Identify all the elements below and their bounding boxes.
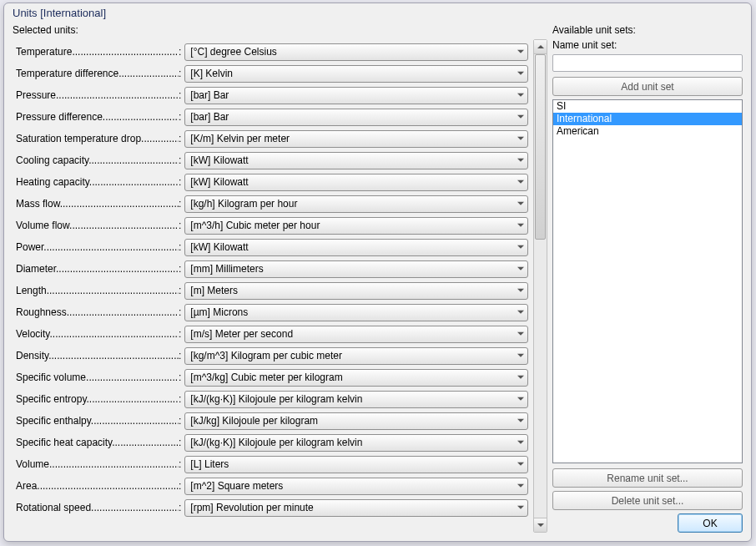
unit-set-item[interactable]: American — [553, 125, 742, 138]
unit-label: Roughness — [16, 306, 179, 318]
dialog-content: Selected units: Temperature: [°C] degree… — [4, 19, 751, 541]
unit-set-item[interactable]: SI — [553, 100, 742, 113]
unit-row: Area: [m^2] Square meters — [16, 477, 528, 495]
label-terminator: : — [179, 46, 181, 58]
chevron-down-icon — [517, 397, 524, 401]
unit-dropdown[interactable]: [bar] Bar — [184, 109, 528, 126]
label-terminator: : — [179, 502, 181, 513]
unit-label: Length — [16, 285, 179, 296]
unit-dropdown[interactable]: [kJ/kg] Kilojoule per kilogram — [184, 412, 528, 430]
delete-unit-set-button[interactable]: Delete unit set... — [552, 491, 743, 510]
unit-label: Density — [16, 350, 179, 361]
unit-dropdown[interactable]: [m/s] Meter per second — [184, 326, 528, 343]
scroll-down-button[interactable] — [534, 518, 547, 532]
chevron-down-icon — [517, 50, 524, 53]
unit-row: Pressure: [bar] Bar — [16, 86, 528, 104]
unit-dropdown-value: [m/s] Meter per second — [190, 328, 293, 340]
unit-dropdown[interactable]: [kJ/(kg·K)] Kilojoule per kilogram kelvi… — [184, 391, 528, 408]
unit-row: Cooling capacity: [kW] Kilowatt — [16, 151, 528, 169]
label-terminator: : — [179, 198, 181, 210]
units-scrollbar[interactable] — [533, 39, 547, 533]
label-terminator: : — [179, 68, 181, 79]
unit-row: Specific entropy: [kJ/(kg·K)] Kilojoule … — [16, 390, 528, 408]
unit-label: Heating capacity — [16, 176, 179, 188]
add-unit-set-button[interactable]: Add unit set — [552, 77, 743, 96]
chevron-down-icon — [517, 224, 524, 227]
unit-dropdown-value: [L] Liters — [190, 458, 229, 470]
ok-row: OK — [552, 513, 743, 533]
units-list: Temperature: [°C] degree CelsiusTemperat… — [13, 39, 533, 533]
unit-dropdown[interactable]: [K/m] Kelvin per meter — [184, 130, 528, 148]
unit-set-item[interactable]: International — [553, 113, 742, 125]
unit-row: Temperature difference: [K] Kelvin — [16, 64, 528, 83]
chevron-down-icon — [517, 332, 524, 336]
chevron-down-icon — [517, 289, 524, 292]
label-terminator: : — [179, 328, 181, 340]
unit-row: Diameter: [mm] Millimeters — [16, 260, 528, 278]
unit-label: Saturation temperature drop — [16, 133, 179, 144]
chevron-down-icon — [517, 202, 524, 205]
unit-dropdown-value: [kJ/(kg·K)] Kilojoule per kilogram kelvi… — [190, 437, 362, 448]
scroll-thumb[interactable] — [535, 54, 546, 240]
unit-dropdown[interactable]: [kJ/(kg·K)] Kilojoule per kilogram kelvi… — [184, 434, 528, 452]
unit-dropdown[interactable]: [L] Liters — [184, 456, 528, 473]
chevron-down-icon — [517, 94, 524, 97]
rename-unit-set-button[interactable]: Rename unit set... — [552, 468, 743, 488]
unit-row: Power: [kW] Kilowatt — [16, 238, 528, 256]
ok-button[interactable]: OK — [678, 513, 743, 533]
unit-dropdown-value: [K/m] Kelvin per meter — [190, 133, 290, 144]
unit-row: Rotational speed: [rpm] Revolution per m… — [16, 498, 528, 517]
unit-dropdown-value: [bar] Bar — [190, 111, 229, 123]
units-dialog: Units [International] Selected units: Te… — [3, 3, 752, 542]
name-unit-set-label: Name unit set: — [552, 39, 743, 51]
unit-dropdown[interactable]: [kg/m^3] Kilogram per cubic meter — [184, 347, 528, 365]
unit-dropdown-value: [kJ/kg] Kilojoule per kilogram — [190, 415, 318, 427]
unit-dropdown-value: [m^3/kg] Cubic meter per kilogram — [190, 372, 342, 383]
unit-dropdown[interactable]: [m^2] Square meters — [184, 478, 528, 495]
unit-dropdown[interactable]: [m^3/h] Cubic meter per hour — [184, 217, 528, 235]
unit-dropdown[interactable]: [K] Kelvin — [184, 65, 528, 83]
unit-dropdown[interactable]: [kW] Kilowatt — [184, 152, 528, 169]
unit-dropdown[interactable]: [kg/h] Kilogram per hour — [184, 195, 528, 213]
chevron-down-icon — [517, 72, 524, 75]
chevron-down-icon — [517, 159, 524, 162]
unit-label: Mass flow — [16, 198, 179, 210]
unit-label: Specific volume — [16, 372, 179, 383]
scroll-track[interactable] — [534, 54, 547, 518]
unit-dropdown[interactable]: [rpm] Revolution per minute — [184, 499, 528, 517]
unit-label: Specific enthalpy — [16, 415, 179, 427]
unit-label: Pressure — [16, 89, 179, 101]
chevron-down-icon — [517, 506, 524, 509]
chevron-down-icon — [517, 137, 524, 140]
label-terminator: : — [179, 285, 181, 296]
unit-sets-listbox[interactable]: SIInternationalAmerican — [552, 99, 743, 463]
unit-dropdown[interactable]: [kW] Kilowatt — [184, 174, 528, 191]
unit-dropdown-value: [kW] Kilowatt — [190, 154, 248, 166]
chevron-down-icon — [517, 441, 524, 444]
unit-dropdown-value: [m] Meters — [190, 285, 238, 296]
unit-row: Density: [kg/m^3] Kilogram per cubic met… — [16, 346, 528, 365]
unit-row: Specific enthalpy: [kJ/kg] Kilojoule per… — [16, 412, 528, 430]
unit-label: Temperature — [16, 46, 179, 58]
unit-dropdown[interactable]: [m] Meters — [184, 282, 528, 300]
unit-dropdown[interactable]: [bar] Bar — [184, 87, 528, 104]
chevron-down-icon — [517, 180, 524, 184]
unit-dropdown[interactable]: [µm] Microns — [184, 304, 528, 321]
unit-dropdown[interactable]: [m^3/kg] Cubic meter per kilogram — [184, 369, 528, 387]
unit-row: Pressure difference: [bar] Bar — [16, 108, 528, 126]
name-unit-set-input[interactable] — [552, 54, 743, 72]
unit-label: Specific entropy — [16, 393, 179, 405]
scroll-up-button[interactable] — [534, 40, 547, 54]
unit-row: Specific heat capacity: [kJ/(kg·K)] Kilo… — [16, 433, 528, 452]
dialog-title: Units [International] — [4, 3, 751, 19]
chevron-down-icon — [537, 523, 544, 527]
unit-dropdown-value: [kJ/(kg·K)] Kilojoule per kilogram kelvi… — [190, 393, 362, 405]
unit-dropdown-value: [µm] Microns — [190, 306, 248, 318]
unit-dropdown[interactable]: [°C] degree Celsius — [184, 43, 528, 61]
selected-units-label: Selected units: — [13, 24, 547, 36]
chevron-down-icon — [517, 354, 524, 357]
unit-dropdown[interactable]: [mm] Millimeters — [184, 260, 528, 278]
unit-dropdown[interactable]: [kW] Kilowatt — [184, 239, 528, 256]
chevron-down-icon — [517, 484, 524, 488]
label-terminator: : — [179, 154, 181, 166]
